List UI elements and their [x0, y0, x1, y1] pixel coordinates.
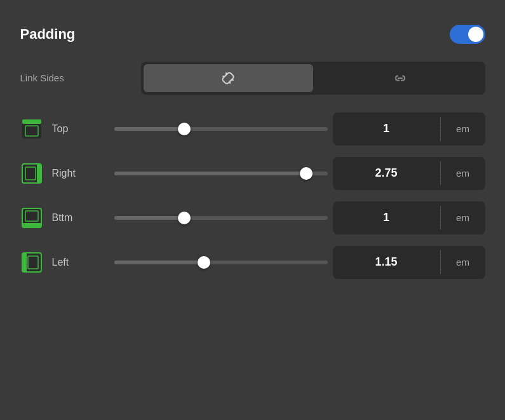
bottom-unit: em [441, 212, 485, 223]
right-slider-track [114, 172, 328, 175]
left-slider-fill [114, 261, 204, 264]
svg-rect-11 [22, 223, 41, 227]
left-icon [20, 251, 43, 274]
bottom-value-box: 1 em [333, 201, 485, 234]
bottom-slider-thumb[interactable] [178, 212, 191, 224]
bottom-value[interactable]: 1 [333, 211, 440, 224]
left-unit: em [441, 257, 485, 268]
right-value[interactable]: 2.75 [333, 166, 440, 180]
bottom-slider-track [114, 216, 328, 220]
padding-row-left: Left 1.15 em [20, 246, 485, 279]
toggle-knob [468, 27, 483, 42]
left-value[interactable]: 1.15 [333, 255, 440, 269]
left-value-box: 1.15 em [333, 246, 485, 279]
top-value[interactable]: 1 [333, 122, 440, 135]
svg-rect-5 [22, 119, 41, 124]
top-icon [20, 118, 43, 140]
left-slider-container [109, 251, 333, 274]
right-value-box: 2.75 em [333, 157, 485, 190]
right-slider-fill [114, 172, 306, 175]
bottom-label: Bttm [52, 212, 109, 224]
right-icon [20, 162, 43, 185]
svg-rect-14 [22, 253, 27, 272]
unlink-icon [220, 71, 236, 86]
padding-row-right: Right 2.75 em [20, 157, 485, 190]
left-label: Left [52, 257, 109, 268]
right-label: Right [52, 168, 109, 179]
svg-rect-9 [25, 167, 36, 180]
svg-rect-6 [25, 126, 38, 136]
link-sides-buttons [141, 62, 485, 95]
link-sides-label: Link Sides [20, 72, 141, 83]
link-button[interactable] [316, 62, 485, 95]
left-slider-thumb[interactable] [198, 256, 210, 269]
right-slider-container [109, 162, 333, 185]
right-unit: em [441, 168, 485, 179]
top-unit: em [441, 123, 485, 134]
link-sides-row: Link Sides [20, 62, 485, 95]
unlink-button[interactable] [144, 64, 313, 92]
svg-rect-8 [37, 164, 41, 183]
top-slider-thumb[interactable] [178, 123, 191, 135]
padding-rows: Top 1 em Right 2.75 em [20, 112, 485, 279]
panel-header: Padding [20, 25, 485, 44]
right-slider-thumb[interactable] [300, 167, 313, 180]
padding-row-top: Top 1 em [20, 112, 485, 146]
padding-row-bottom: Bttm 1 em [20, 201, 485, 234]
panel-title: Padding [20, 26, 76, 43]
padding-toggle[interactable] [450, 25, 485, 44]
svg-rect-12 [25, 211, 38, 221]
padding-panel: Padding Link Sides [5, 7, 501, 414]
bottom-slider-container [109, 207, 333, 229]
link-icon [393, 71, 408, 86]
top-slider-container [109, 118, 333, 140]
top-label: Top [52, 123, 109, 135]
bottom-slider-fill [114, 216, 185, 220]
bottom-icon [20, 207, 43, 229]
top-value-box: 1 em [333, 112, 485, 146]
left-slider-track [114, 261, 328, 264]
svg-rect-15 [28, 256, 38, 269]
top-slider-track [114, 127, 328, 131]
top-slider-fill [114, 127, 185, 131]
